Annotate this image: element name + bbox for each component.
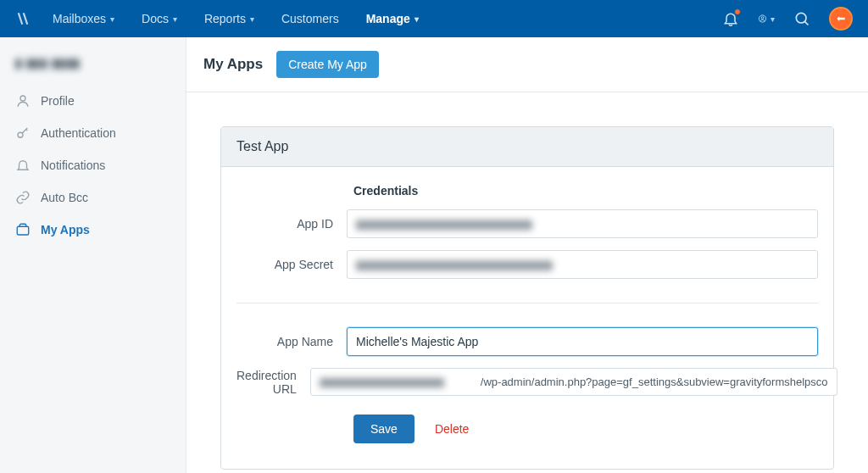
sidebar-item-label: Auto Bcc bbox=[41, 191, 88, 204]
nav-customers[interactable]: Customers bbox=[281, 12, 339, 25]
label-app-secret: App Secret bbox=[236, 258, 347, 271]
nav-label: Mailboxes bbox=[53, 12, 106, 25]
bell-icon bbox=[15, 158, 31, 173]
delete-link[interactable]: Delete bbox=[435, 422, 469, 436]
chevron-down-icon: ▾ bbox=[415, 14, 419, 24]
form-actions: Save Delete bbox=[236, 415, 818, 443]
nav-docs[interactable]: Docs ▾ bbox=[142, 12, 177, 25]
redirection-url-suffix: /wp-admin/admin.php?page=gf_settings&sub… bbox=[481, 376, 828, 388]
sidebar-item-label: Authentication bbox=[41, 126, 116, 140]
app-id-field[interactable]: ▮▮▮▮▮▮▮▮▮▮▮▮▮▮▮▮▮▮▮▮▮▮▮▮▮▮ bbox=[347, 209, 818, 238]
redirection-url-input[interactable]: ▮▮▮▮▮▮▮▮▮▮▮▮▮▮▮▮▮▮▮▮▮ /wp-admin/admin.ph… bbox=[310, 368, 837, 396]
nav-items: Mailboxes ▾ Docs ▾ Reports ▾ Customers M… bbox=[53, 12, 419, 25]
sidebar-item-profile[interactable]: Profile bbox=[0, 85, 186, 117]
link-icon bbox=[15, 190, 31, 205]
divider bbox=[236, 303, 818, 303]
svg-point-4 bbox=[18, 132, 23, 137]
label-app-name: App Name bbox=[236, 335, 347, 348]
key-icon bbox=[15, 125, 31, 141]
sidebar-title: ▮ ▮▮▮ ▮▮▮▮ bbox=[0, 56, 186, 85]
nav-right: ▾ bbox=[722, 7, 853, 31]
avatar[interactable] bbox=[829, 7, 853, 31]
app-name-input[interactable] bbox=[347, 327, 818, 356]
nav-mailboxes[interactable]: Mailboxes ▾ bbox=[53, 12, 114, 25]
svg-point-1 bbox=[761, 17, 764, 19]
notification-dot bbox=[734, 8, 741, 15]
app-secret-value: ▮▮▮▮▮▮▮▮▮▮▮▮▮▮▮▮▮▮▮▮▮▮▮▮▮▮▮▮▮ bbox=[356, 258, 553, 271]
label-redirection-url: Redirection URL bbox=[236, 369, 310, 396]
svg-point-3 bbox=[20, 96, 25, 101]
layout: ▮ ▮▮▮ ▮▮▮▮ Profile Authentication Notifi… bbox=[0, 37, 868, 473]
account-menu[interactable]: ▾ bbox=[758, 10, 775, 27]
row-redirection-url: Redirection URL ▮▮▮▮▮▮▮▮▮▮▮▮▮▮▮▮▮▮▮▮▮ /w… bbox=[236, 368, 818, 396]
search-icon[interactable] bbox=[793, 10, 810, 27]
top-nav: Mailboxes ▾ Docs ▾ Reports ▾ Customers M… bbox=[0, 0, 868, 37]
sidebar: ▮ ▮▮▮ ▮▮▮▮ Profile Authentication Notifi… bbox=[0, 37, 186, 473]
row-app-id: App ID ▮▮▮▮▮▮▮▮▮▮▮▮▮▮▮▮▮▮▮▮▮▮▮▮▮▮ bbox=[236, 209, 818, 238]
panel-body: Credentials App ID ▮▮▮▮▮▮▮▮▮▮▮▮▮▮▮▮▮▮▮▮▮… bbox=[221, 167, 833, 469]
app-secret-field[interactable]: ▮▮▮▮▮▮▮▮▮▮▮▮▮▮▮▮▮▮▮▮▮▮▮▮▮▮▮▮▮ bbox=[347, 250, 818, 279]
content: Test App Credentials App ID ▮▮▮▮▮▮▮▮▮▮▮▮… bbox=[186, 92, 868, 473]
notifications-icon[interactable] bbox=[722, 10, 739, 27]
create-my-app-button[interactable]: Create My App bbox=[276, 51, 379, 78]
main: My Apps Create My App Test App Credentia… bbox=[186, 37, 868, 473]
sidebar-items: Profile Authentication Notifications Aut… bbox=[0, 85, 186, 246]
nav-label: Customers bbox=[281, 12, 339, 25]
brand-logo[interactable] bbox=[15, 11, 31, 26]
save-button[interactable]: Save bbox=[353, 415, 415, 443]
user-icon bbox=[15, 93, 31, 109]
apps-icon bbox=[15, 222, 31, 237]
sidebar-item-authentication[interactable]: Authentication bbox=[0, 117, 186, 149]
svg-rect-5 bbox=[17, 226, 29, 235]
nav-label: Reports bbox=[204, 12, 246, 25]
chevron-down-icon: ▾ bbox=[250, 14, 254, 24]
label-app-id: App ID bbox=[236, 217, 347, 231]
sidebar-item-notifications[interactable]: Notifications bbox=[0, 149, 186, 181]
app-id-value: ▮▮▮▮▮▮▮▮▮▮▮▮▮▮▮▮▮▮▮▮▮▮▮▮▮▮ bbox=[356, 217, 532, 231]
credentials-heading: Credentials bbox=[353, 184, 818, 198]
page-title: My Apps bbox=[203, 56, 263, 73]
nav-manage[interactable]: Manage ▾ bbox=[366, 12, 419, 25]
nav-reports[interactable]: Reports ▾ bbox=[204, 12, 254, 25]
app-panel: Test App Credentials App ID ▮▮▮▮▮▮▮▮▮▮▮▮… bbox=[220, 126, 834, 470]
nav-label: Docs bbox=[142, 12, 169, 25]
sidebar-item-label: My Apps bbox=[41, 223, 90, 236]
main-header: My Apps Create My App bbox=[186, 37, 868, 92]
sidebar-item-autobcc[interactable]: Auto Bcc bbox=[0, 181, 186, 214]
svg-point-2 bbox=[796, 13, 806, 23]
panel-title: Test App bbox=[221, 127, 833, 167]
nav-label: Manage bbox=[366, 12, 410, 25]
row-app-name: App Name bbox=[236, 327, 818, 356]
sidebar-item-label: Profile bbox=[41, 94, 75, 108]
chevron-down-icon: ▾ bbox=[173, 14, 177, 24]
row-app-secret: App Secret ▮▮▮▮▮▮▮▮▮▮▮▮▮▮▮▮▮▮▮▮▮▮▮▮▮▮▮▮▮ bbox=[236, 250, 818, 279]
chevron-down-icon: ▾ bbox=[771, 14, 775, 24]
sidebar-item-label: Notifications bbox=[41, 159, 105, 172]
chevron-down-icon: ▾ bbox=[110, 14, 114, 24]
redirection-url-prefix: ▮▮▮▮▮▮▮▮▮▮▮▮▮▮▮▮▮▮▮▮▮ bbox=[320, 376, 481, 388]
sidebar-item-myapps[interactable]: My Apps bbox=[0, 214, 186, 246]
